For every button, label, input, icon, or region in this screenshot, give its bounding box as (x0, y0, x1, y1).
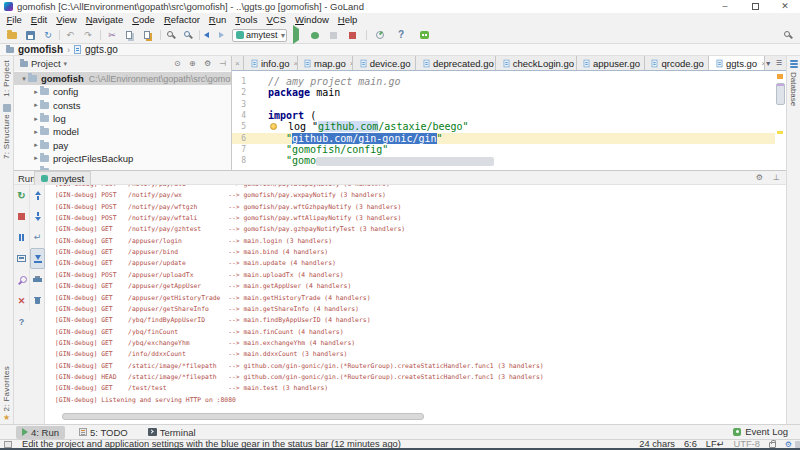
tab-checkLogin.go[interactable]: checkLogin.go× (496, 56, 576, 70)
breadcrumb-project[interactable]: gomofish (18, 44, 63, 55)
menu-navigate[interactable]: Navigate (81, 14, 128, 25)
menu-edit[interactable]: Edit (26, 14, 51, 25)
back-icon[interactable] (204, 29, 216, 41)
tree-row-model[interactable]: ▸ model (14, 125, 232, 138)
help-button[interactable]: ? (14, 311, 29, 332)
tab-qrcode.go[interactable]: qrcode.go× (645, 56, 710, 70)
tab-partial[interactable]: × (232, 56, 244, 70)
toolwindow-todo[interactable]: 5: TODO (73, 426, 134, 439)
pin-button[interactable] (14, 269, 29, 290)
close-icon[interactable]: × (235, 59, 240, 68)
gear-icon[interactable]: ⚙ (204, 59, 213, 68)
close-button[interactable]: ✕ (772, 0, 798, 13)
coverage-icon[interactable] (328, 29, 340, 41)
hide-panel-icon[interactable]: ⊣ (219, 59, 228, 68)
chevron-collapsed-icon[interactable]: ▸ (32, 141, 40, 149)
event-log-button[interactable]: Event Log (733, 426, 788, 437)
menu-file[interactable]: File (2, 14, 26, 25)
tree-row-consts[interactable]: ▸ consts (14, 99, 232, 112)
tab-device.go[interactable]: device.go× (353, 56, 416, 70)
undo-icon[interactable]: ↶ (64, 29, 76, 41)
search-everywhere-icon[interactable] (182, 29, 194, 41)
tab-ggts.go[interactable]: ggts.go× (709, 56, 764, 70)
search-icon[interactable] (782, 29, 794, 41)
menu-run[interactable]: Run (204, 14, 230, 25)
minimize-button[interactable]: – (712, 0, 738, 13)
sync-icon[interactable]: ↻ (42, 29, 54, 41)
print-button[interactable] (30, 269, 45, 290)
chevron-collapsed-icon[interactable]: ▸ (32, 128, 40, 136)
chevron-collapsed-icon[interactable]: ▸ (32, 101, 40, 109)
maximize-button[interactable] (742, 0, 768, 13)
tab-list-icon[interactable]: ☰ (776, 59, 782, 67)
breadcrumb-file[interactable]: ggts.go (85, 44, 118, 55)
toolwindow-switcher-icon[interactable] (4, 441, 12, 448)
menu-window[interactable]: Window (291, 14, 334, 25)
tab-deprecated.go[interactable]: deprecated.go× (416, 56, 496, 70)
down-stack-button[interactable] (30, 206, 45, 227)
help-icon[interactable]: ? (398, 29, 410, 41)
hide-panel-icon[interactable]: ⊥ (773, 173, 780, 182)
clear-all-button[interactable] (30, 290, 45, 311)
tree-row-root[interactable]: ▾ gomofish C:\AllEnvironment\gopath\src\… (14, 72, 232, 85)
cut-icon[interactable]: ✂ (106, 29, 118, 41)
collapse-all-icon[interactable]: ⊙ (174, 59, 183, 68)
chevron-expanded-icon[interactable]: ▾ (20, 75, 28, 83)
tool-button-database[interactable]: Database (789, 72, 798, 106)
run-tab-amytest[interactable]: amytest (34, 171, 91, 185)
stop-icon[interactable] (347, 29, 359, 41)
tab-map.go[interactable]: map.go× (298, 56, 354, 70)
gear-icon[interactable]: ⚙ (756, 173, 763, 182)
run-icon[interactable] (291, 29, 303, 41)
rerun-button[interactable]: ↻ (14, 185, 29, 206)
tree-row-pay[interactable]: ▸ pay (14, 138, 232, 151)
redo-icon[interactable]: ↷ (82, 29, 94, 41)
toolwindow-run[interactable]: 4: Run (16, 426, 65, 439)
menu-tools[interactable]: Tools (231, 14, 262, 25)
pause-button[interactable] (14, 227, 29, 248)
toolwindow-terminal[interactable]: Terminal (142, 426, 202, 439)
tab-appuser.go[interactable]: appuser.go× (577, 56, 645, 70)
stripe-mark-warning[interactable] (777, 74, 783, 79)
tree-row-config[interactable]: ▸ config (14, 85, 232, 98)
restore-layout-button[interactable] (14, 248, 29, 269)
tool-button-structure[interactable]: 7: Structure (2, 114, 11, 159)
tree-row-projectFilesBackup[interactable]: ▸ projectFilesBackup (14, 152, 232, 165)
menu-help[interactable]: Help (333, 14, 362, 25)
chevron-down-icon[interactable]: ▾ (64, 60, 68, 68)
project-panel-title[interactable]: Project (31, 58, 61, 69)
menu-code[interactable]: Code (128, 14, 160, 25)
tab-dropdown-icon[interactable]: ▼ (765, 60, 772, 67)
chevron-collapsed-icon[interactable]: ▸ (32, 115, 40, 123)
console-hscrollbar-thumb[interactable] (62, 413, 424, 420)
tree-row-log[interactable]: ▸ log (14, 112, 232, 125)
stop-button[interactable] (14, 206, 29, 227)
soft-wrap-button[interactable]: ↵ (30, 227, 45, 248)
up-stack-button[interactable] (30, 185, 45, 206)
run-console[interactable]: [GIN-debug] POST /notify/pay/ali --> gom… (45, 185, 786, 425)
save-icon[interactable] (24, 29, 36, 41)
error-stripe[interactable] (775, 71, 786, 170)
menu-refactor[interactable]: Refactor (159, 14, 204, 25)
profiler-icon[interactable] (374, 29, 386, 41)
debug-icon[interactable] (309, 29, 321, 41)
tool-button-favorites[interactable]: 2: Favorites (2, 366, 11, 411)
stripe-mark-caret[interactable] (777, 131, 783, 134)
close-button[interactable]: ✕ (14, 290, 29, 311)
messages-icon[interactable] (418, 29, 430, 41)
open-icon[interactable] (6, 29, 18, 41)
intention-bulb-icon[interactable] (270, 123, 277, 130)
menu-vcs[interactable]: VCS (262, 14, 291, 25)
chevron-collapsed-icon[interactable]: ▸ (32, 88, 40, 96)
tab-info.go[interactable]: info.go× (244, 56, 297, 70)
locate-icon[interactable]: ⊕ (189, 59, 198, 68)
editor[interactable]: 1// amy project main.go 2package main 3 … (232, 71, 786, 170)
copy-icon[interactable] (124, 29, 136, 41)
run-config-selector[interactable]: amytest ▼ (232, 29, 287, 42)
forward-icon[interactable] (219, 29, 231, 41)
menu-view[interactable]: View (52, 14, 81, 25)
chevron-collapsed-icon[interactable]: ▸ (32, 154, 40, 162)
editor-scrollbar-thumb[interactable] (776, 83, 785, 105)
status-extra-icon[interactable] (795, 441, 800, 448)
paste-icon[interactable] (142, 29, 154, 41)
